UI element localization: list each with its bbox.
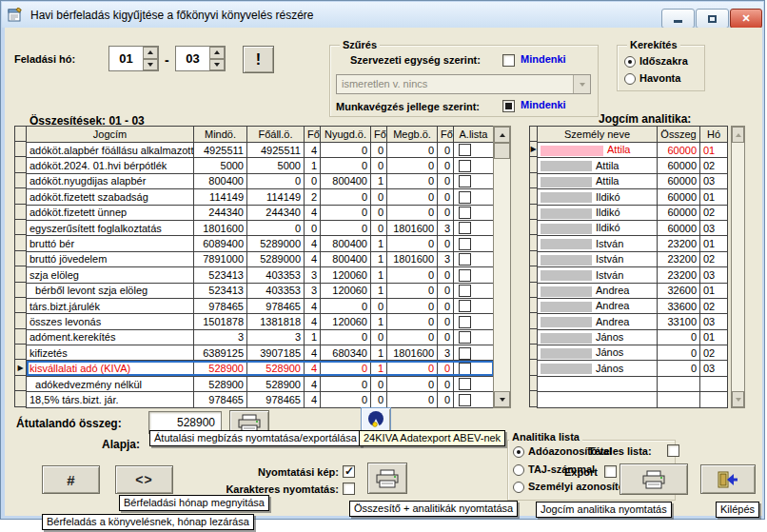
value-cell[interactable]: 4	[305, 376, 321, 391]
amount-cell[interactable]: 33100	[658, 314, 700, 329]
value-cell[interactable]: 528900	[194, 361, 247, 376]
value-cell[interactable]: 4	[305, 314, 321, 329]
a-lista-checkbox[interactable]	[459, 222, 471, 234]
value-cell[interactable]: 4	[305, 361, 321, 376]
summary-row[interactable]: 18,5% társ.bizt. jár.97846597846540000	[27, 392, 494, 407]
value-cell[interactable]: 0	[438, 205, 454, 220]
amount-cell[interactable]: 60000	[658, 220, 700, 235]
chevron-down-icon[interactable]	[573, 75, 590, 93]
a-lista-checkbox[interactable]	[459, 160, 471, 172]
month-cell[interactable]: 02	[700, 158, 728, 173]
a-lista-checkbox[interactable]	[459, 285, 471, 297]
value-cell[interactable]: 1	[371, 251, 387, 266]
value-cell[interactable]: 0	[438, 283, 454, 298]
period-to-spinner[interactable]: 03	[175, 46, 226, 71]
analytics-row[interactable]: Attila6000002	[538, 158, 728, 173]
value-cell[interactable]: 244340	[247, 205, 305, 220]
month-cell[interactable]: 01	[700, 236, 728, 251]
value-cell[interactable]: 1	[371, 361, 387, 376]
person-name-cell[interactable]: Ildikó	[538, 205, 658, 220]
person-name-cell[interactable]: István	[538, 251, 658, 266]
value-cell[interactable]: 6389125	[194, 345, 247, 361]
analytics-row[interactable]: Attila6000001	[538, 143, 728, 158]
person-name-cell[interactable]: Attila	[538, 173, 658, 188]
value-cell[interactable]: 0	[387, 283, 438, 298]
value-cell[interactable]: 403353	[247, 283, 305, 298]
a-lista-cell[interactable]	[454, 189, 494, 205]
value-cell[interactable]: 0	[438, 392, 454, 407]
summary-row[interactable]: bérből levont szja elöleg523413403353312…	[27, 283, 494, 298]
summary-row[interactable]: összes levonás150187813818184120060100	[27, 314, 494, 329]
value-cell[interactable]: 0	[438, 173, 454, 188]
value-cell[interactable]: 0	[371, 143, 387, 158]
amount-cell[interactable]: 0	[658, 345, 700, 361]
work-everyone-label[interactable]: Mindenki	[521, 99, 566, 110]
amount-cell[interactable]: 23200	[658, 251, 700, 266]
value-cell[interactable]: 1	[305, 158, 321, 173]
value-cell[interactable]: 528900	[194, 376, 247, 391]
value-cell[interactable]: 680340	[321, 345, 371, 361]
value-cell[interactable]: 1801600	[387, 345, 438, 361]
rounding-monthly-radio[interactable]	[624, 73, 636, 85]
jogcim-cell[interactable]: adóköt.fizetett ünnep	[27, 205, 194, 220]
value-cell[interactable]: 114149	[194, 189, 247, 205]
run-query-button[interactable]: !	[243, 46, 274, 73]
scroll-down-icon[interactable]	[494, 391, 510, 407]
a-lista-cell[interactable]	[454, 329, 494, 345]
a-lista-cell[interactable]	[454, 314, 494, 329]
analytics-row[interactable]: János001	[538, 329, 728, 345]
summary-row[interactable]: adóment.kerekítés3310000	[27, 329, 494, 345]
jogcim-cell[interactable]: adóköt.fizetett szabadság	[27, 189, 194, 205]
spin-down-icon[interactable]	[143, 59, 158, 71]
month-cell[interactable]: 03	[700, 267, 728, 283]
value-cell[interactable]: 0	[305, 173, 321, 188]
value-cell[interactable]: 800400	[194, 173, 247, 188]
a-lista-cell[interactable]	[454, 173, 494, 188]
analytics-row[interactable]: István2320003	[538, 267, 728, 283]
value-cell[interactable]: 0	[321, 189, 371, 205]
month-cell[interactable]: 02	[700, 205, 728, 220]
jogcim-cell[interactable]: adókedvezmény nélkül	[27, 376, 194, 391]
radio-taj[interactable]	[513, 464, 524, 476]
value-cell[interactable]: 0	[321, 392, 371, 407]
value-cell[interactable]: 523413	[194, 267, 247, 283]
open-month-button[interactable]: <>	[115, 465, 173, 494]
itemized-list-checkbox[interactable]	[667, 444, 679, 457]
value-cell[interactable]: 0	[371, 392, 387, 407]
value-cell[interactable]: 0	[387, 298, 438, 313]
a-lista-checkbox[interactable]	[459, 316, 471, 328]
value-cell[interactable]: 5000	[194, 158, 247, 173]
a-lista-checkbox[interactable]	[459, 331, 471, 344]
value-cell[interactable]: 3	[305, 283, 321, 298]
analytics-row[interactable]: János002	[538, 345, 728, 361]
value-cell[interactable]: 1	[371, 283, 387, 298]
value-cell[interactable]: 0	[387, 376, 438, 391]
value-cell[interactable]: 1	[371, 173, 387, 188]
a-lista-cell[interactable]	[454, 361, 494, 376]
value-cell[interactable]: 0	[371, 298, 387, 313]
month-cell[interactable]: 01	[700, 143, 728, 158]
amount-cell[interactable]: 0	[658, 361, 700, 376]
rounding-period-radio[interactable]	[624, 56, 636, 68]
jogcim-cell[interactable]: bruttó jövedelem	[27, 251, 194, 266]
summary-row[interactable]: adókedvezmény nélkül52890052890040000	[27, 376, 494, 391]
a-lista-checkbox[interactable]	[459, 378, 471, 390]
value-cell[interactable]: 4	[305, 205, 321, 220]
value-cell[interactable]: 0	[247, 220, 305, 235]
person-name-cell[interactable]: János	[538, 345, 658, 361]
org-everyone-checkbox[interactable]	[502, 54, 515, 67]
person-name-cell[interactable]: Andrea	[538, 314, 658, 329]
month-cell[interactable]: 03	[700, 220, 728, 235]
value-cell[interactable]: 0	[371, 329, 387, 345]
value-cell[interactable]: 0	[387, 189, 438, 205]
value-cell[interactable]: 0	[247, 173, 305, 188]
month-cell[interactable]: 01	[700, 329, 728, 345]
amount-cell[interactable]: 0	[658, 329, 700, 345]
summary-row[interactable]: adóköt.nyugdijas alapbér8004000080040010…	[27, 173, 494, 188]
analytics-row[interactable]: János003	[538, 361, 728, 376]
analytics-row[interactable]: István2320002	[538, 251, 728, 266]
value-cell[interactable]: 1	[371, 236, 387, 251]
analytics-row[interactable]: Andrea3310003	[538, 314, 728, 329]
value-cell[interactable]: 0	[321, 143, 371, 158]
value-cell[interactable]: 0	[438, 236, 454, 251]
